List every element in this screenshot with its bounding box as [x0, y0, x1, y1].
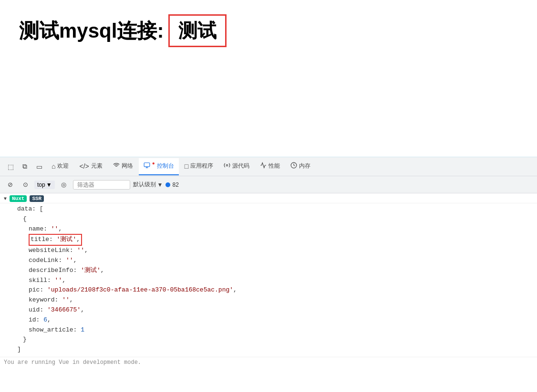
tab-application[interactable]: □ 应用程序: [180, 158, 218, 175]
tab-sources-label: 源代码: [232, 162, 249, 170]
memory-icon: [290, 162, 297, 170]
context-dropdown-icon: ▼: [46, 181, 52, 188]
svg-point-3: [226, 164, 228, 166]
page-content-area: 测试mysql连接: 测试: [0, 0, 537, 157]
tab-network-label: 网络: [122, 162, 133, 170]
tab-console-label: 控制台: [157, 162, 174, 170]
sources-icon: [224, 162, 230, 170]
field-keyword: keyword: '',: [11, 295, 533, 305]
network-icon: [113, 162, 120, 170]
tab-application-label: 应用程序: [190, 162, 213, 170]
tab-memory-label: 内存: [299, 162, 310, 170]
tab-welcome-label: 欢迎: [57, 162, 69, 170]
performance-icon: [260, 162, 267, 170]
field-title: title: '测试',: [11, 234, 533, 246]
console-data-body: data: [ { name: '', title: '测试', website…: [0, 203, 537, 357]
tab-elements-label: 元素: [91, 162, 103, 170]
devtools-inspect-icon[interactable]: ⬚: [4, 160, 17, 173]
field-websitelink: websiteLink: '',: [11, 246, 533, 256]
item-close-brace: }: [11, 335, 533, 345]
log-level-selector[interactable]: 默认级别 ▼: [133, 181, 163, 189]
dev-mode-note: You are running Vue in development mode.: [0, 357, 537, 368]
field-skill: skill: '',: [11, 276, 533, 286]
dev-note-text: You are running Vue in development mode.: [4, 359, 141, 366]
tab-performance[interactable]: 性能: [255, 158, 285, 175]
tab-welcome[interactable]: ⌂ 欢迎: [47, 158, 73, 175]
devtools-device-icon[interactable]: ⧉: [18, 160, 31, 173]
ssr-badge: SSR: [30, 195, 44, 202]
tab-elements[interactable]: </> 元素: [74, 158, 107, 175]
tab-network[interactable]: 网络: [108, 158, 138, 175]
field-uid: uid: '3466675',: [11, 305, 533, 315]
tab-memory[interactable]: 内存: [286, 158, 315, 175]
title-highlight: title: '测试',: [29, 234, 82, 246]
page-title-text: 测试mysql连接:: [19, 18, 164, 44]
field-name: name: '',: [11, 224, 533, 234]
context-selector[interactable]: top ▼: [34, 181, 55, 189]
nuxt-badge: Nuxt: [10, 195, 27, 202]
group-collapse-arrow[interactable]: ▼: [4, 195, 7, 201]
item-open-brace: {: [11, 214, 533, 224]
console-output: ▼ Nuxt SSR data: [ { name: '', title: '测…: [0, 193, 537, 392]
elements-icon: </>: [79, 162, 89, 170]
field-pic: pic: 'uploads/2108f3c0-afaa-11ee-a370-05…: [11, 285, 533, 295]
console-icon: [144, 162, 150, 170]
data-open-line: data: [: [11, 204, 533, 214]
eye-button[interactable]: ◎: [58, 179, 70, 191]
page-title: 测试mysql连接: 测试: [19, 14, 227, 47]
application-icon: □: [185, 162, 188, 170]
devtools-panel: ⬚ ⧉ ▭ ⌂ 欢迎 </> 元素 网络 ● 控制台: [0, 157, 537, 392]
devtools-panel-icon[interactable]: ▭: [32, 160, 46, 173]
message-dot: [165, 182, 170, 187]
filter-input[interactable]: [73, 180, 130, 190]
page-title-button: 测试: [168, 14, 227, 47]
field-show-article: show_article: 1: [11, 325, 533, 335]
context-label: top: [37, 181, 45, 188]
console-toolbar: ⊘ ⊙ top ▼ ◎ 默认级别 ▼ 82: [0, 176, 537, 193]
level-dropdown-icon: ▼: [157, 181, 163, 188]
pause-button[interactable]: ⊙: [19, 179, 31, 191]
tab-console[interactable]: ● 控制台: [139, 158, 179, 175]
tab-performance-label: 性能: [268, 162, 280, 170]
field-describeinfo: describeInfo: '测试',: [11, 266, 533, 276]
tab-sources[interactable]: 源代码: [219, 158, 254, 175]
level-label: 默认级别: [133, 181, 156, 189]
svg-rect-0: [144, 163, 150, 167]
message-count-label: 82: [172, 181, 178, 188]
field-id: id: 6,: [11, 315, 533, 325]
clear-console-button[interactable]: ⊘: [4, 179, 16, 191]
devtools-tabbar: ⬚ ⧉ ▭ ⌂ 欢迎 </> 元素 网络 ● 控制台: [0, 157, 537, 176]
field-codelink: codeLink: '',: [11, 256, 533, 266]
welcome-icon: ⌂: [52, 162, 55, 170]
console-group-nuxt-ssr: ▼ Nuxt SSR: [0, 193, 537, 203]
data-close-bracket: ]: [11, 345, 533, 355]
message-count: 82: [165, 181, 178, 188]
